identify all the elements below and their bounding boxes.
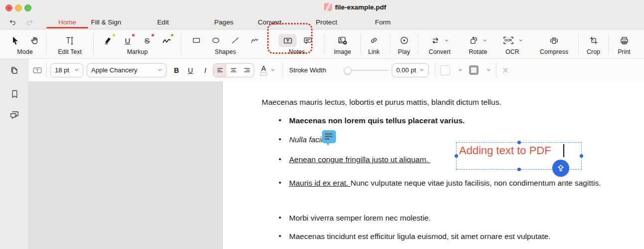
group-notes: Notes bbox=[270, 29, 324, 58]
group-shapes: Shapes bbox=[181, 29, 269, 58]
scribble-shape-button[interactable] bbox=[247, 34, 262, 47]
group-label-image: Image bbox=[334, 48, 351, 55]
cursor-mode-button[interactable] bbox=[8, 34, 23, 47]
group-play: Play bbox=[390, 29, 418, 58]
bullet-item: • Aenean congue fringilla justo ut aliqu… bbox=[289, 154, 431, 165]
align-right-button[interactable] bbox=[240, 64, 254, 77]
chevron-down-icon bbox=[271, 68, 275, 72]
underline-button[interactable]: U bbox=[184, 59, 196, 81]
pdf-page[interactable]: Maecenas mauris lectus, lobortis et puru… bbox=[223, 81, 644, 249]
group-image: Image bbox=[324, 29, 360, 58]
font-color-button[interactable]: A bbox=[260, 59, 275, 81]
group-label-notes: Notes bbox=[289, 48, 305, 55]
main-toolbar: Mode Edit Text U bbox=[0, 29, 644, 59]
rotate-button[interactable] bbox=[469, 34, 479, 47]
stroke-width-slider[interactable] bbox=[344, 59, 389, 81]
chevron-down-icon[interactable] bbox=[483, 38, 487, 43]
font-size-dropdown[interactable]: 18 pt bbox=[50, 59, 83, 81]
group-rotate: Rotate bbox=[461, 29, 495, 58]
tab-edit[interactable]: Edit bbox=[157, 15, 168, 29]
stroke-width-dropdown[interactable]: 0.00 pt bbox=[392, 59, 429, 81]
resize-handle-bottom[interactable] bbox=[517, 168, 521, 171]
stroke-width-value: 0.00 pt bbox=[396, 66, 416, 74]
close-button[interactable] bbox=[5, 4, 12, 11]
group-mode: Mode bbox=[4, 29, 46, 58]
group-label-convert: Convert bbox=[429, 48, 451, 55]
tab-form[interactable]: Form bbox=[375, 15, 391, 29]
resize-handle-right[interactable] bbox=[580, 154, 583, 158]
print-button[interactable] bbox=[617, 34, 632, 47]
chevron-down-icon bbox=[158, 68, 162, 72]
pen-markup-button[interactable] bbox=[159, 34, 174, 47]
window-title-group: file-example.pdf bbox=[324, 3, 386, 11]
text-box-mode-icon bbox=[32, 59, 43, 81]
tab-protect[interactable]: Protect bbox=[316, 15, 337, 29]
paragraph-intro: Maecenas mauris lectus, lobortis et puru… bbox=[262, 96, 621, 108]
group-convert: Convert bbox=[418, 29, 461, 58]
compress-button[interactable] bbox=[547, 34, 562, 47]
strikethrough-color-dot bbox=[152, 34, 154, 36]
annotation-text[interactable]: Adding text to PDF bbox=[459, 144, 551, 157]
edit-text-button[interactable] bbox=[62, 34, 77, 47]
minimize-button[interactable] bbox=[15, 4, 22, 11]
chevron-down-icon[interactable] bbox=[518, 38, 523, 43]
floating-assistant-button[interactable] bbox=[552, 160, 569, 177]
link-button[interactable] bbox=[366, 34, 381, 47]
undo-button[interactable] bbox=[7, 17, 18, 27]
tab-pages[interactable]: Pages bbox=[214, 15, 233, 29]
group-markup: U S Markup bbox=[94, 29, 181, 58]
ribbon-tab-bar: Home Fill & Sign Edit Pages Convert Prot… bbox=[0, 15, 644, 29]
rectangle-shape-button[interactable] bbox=[189, 34, 204, 47]
group-label-mode: Mode bbox=[17, 48, 32, 55]
hand-mode-button[interactable] bbox=[27, 34, 42, 47]
group-label-markup: Markup bbox=[127, 48, 148, 55]
alignment-group bbox=[213, 59, 254, 81]
border-color-picker[interactable] bbox=[469, 59, 491, 81]
bold-button[interactable]: B bbox=[170, 59, 182, 81]
underline-markup-button[interactable]: U bbox=[120, 34, 135, 47]
group-label-crop: Crop bbox=[587, 48, 600, 55]
panel-background bbox=[28, 81, 223, 249]
resize-handle-top[interactable] bbox=[517, 141, 521, 144]
crop-button[interactable] bbox=[586, 34, 601, 47]
zoom-button[interactable] bbox=[24, 4, 31, 11]
align-center-button[interactable] bbox=[227, 64, 240, 77]
group-edit-text: Edit Text bbox=[46, 29, 93, 58]
bookmarks-button[interactable] bbox=[8, 88, 20, 100]
pdf-editor-window: file-example.pdf Home Fill & Sign Edit P… bbox=[0, 0, 644, 249]
redo-button[interactable] bbox=[24, 17, 35, 27]
page-thumbnails-button[interactable] bbox=[8, 65, 20, 77]
highlighter-button[interactable] bbox=[101, 34, 116, 47]
comments-panel-button[interactable] bbox=[8, 109, 20, 121]
group-label-shapes: Shapes bbox=[215, 48, 236, 55]
add-image-button[interactable] bbox=[335, 34, 350, 47]
slider-knob[interactable] bbox=[344, 67, 351, 74]
font-family-dropdown[interactable]: Apple Chancery bbox=[87, 59, 166, 81]
text-box-button[interactable] bbox=[279, 34, 297, 47]
tab-fill-sign[interactable]: Fill & Sign bbox=[91, 15, 122, 29]
italic-button[interactable]: I bbox=[199, 59, 211, 81]
convert-button[interactable] bbox=[430, 34, 441, 47]
sticky-note-icon[interactable] bbox=[322, 130, 336, 143]
ocr-button[interactable]: OCR bbox=[502, 34, 515, 47]
group-label-link: Link bbox=[368, 48, 380, 55]
strikethrough-markup-button[interactable]: S bbox=[140, 34, 155, 47]
fill-color-swatch bbox=[440, 65, 450, 75]
line-shape-button[interactable] bbox=[228, 34, 243, 47]
window-title: file-example.pdf bbox=[335, 3, 386, 11]
play-button[interactable] bbox=[397, 34, 412, 47]
align-left-button[interactable] bbox=[213, 64, 227, 77]
fill-color-picker[interactable] bbox=[440, 59, 463, 81]
pen-color-dot bbox=[171, 34, 173, 36]
chevron-down-icon[interactable] bbox=[444, 38, 449, 43]
resize-handle-left[interactable] bbox=[455, 154, 458, 158]
active-tab-underline bbox=[46, 27, 88, 28]
bullet-item: • Maecenas tincidunt est efficitur ligul… bbox=[289, 231, 550, 242]
group-label-print: Print bbox=[618, 48, 631, 55]
group-ocr: OCR OCR bbox=[495, 29, 530, 58]
tab-convert[interactable]: Convert bbox=[258, 15, 281, 29]
comment-note-button[interactable] bbox=[300, 34, 315, 47]
close-format-bar-button[interactable] bbox=[502, 59, 509, 81]
oval-shape-button[interactable] bbox=[208, 34, 223, 47]
document-area: Maecenas mauris lectus, lobortis et puru… bbox=[28, 81, 644, 249]
